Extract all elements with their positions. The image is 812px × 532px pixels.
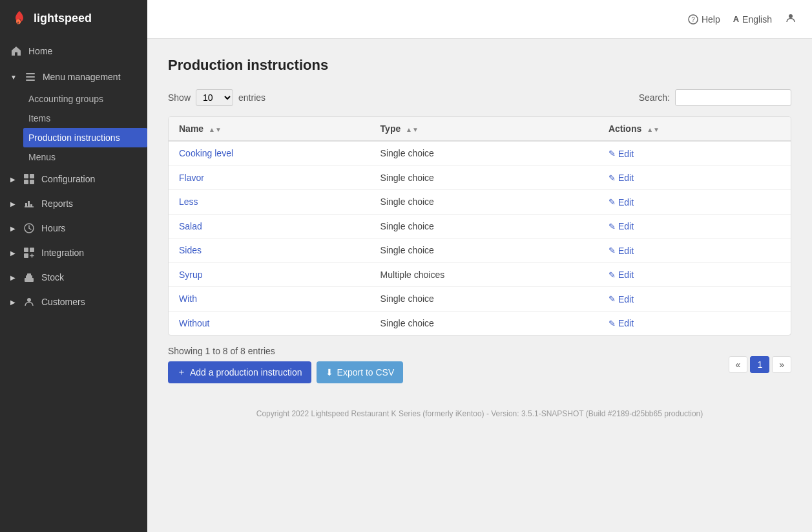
cell-actions: ✎ Edit [598, 190, 791, 215]
showing-text: Showing 1 to 8 of 8 entries [168, 346, 403, 356]
sidebar-item-stock-label: Stock [41, 272, 64, 282]
table-controls: Show 10 25 50 100 entries Search: [168, 89, 791, 106]
sidebar-navigation: Home ▼ Menu management Accounting groups [0, 36, 147, 532]
lang-icon: A [733, 14, 739, 24]
sidebar-item-reports-label: Reports [41, 198, 73, 209]
reports-icon [23, 198, 35, 209]
cell-type: Single choice [370, 311, 598, 335]
edit-button[interactable]: ✎ Edit [609, 173, 634, 183]
arrow-right-icon4: ▶ [10, 250, 16, 257]
arrow-right-icon2: ▶ [10, 200, 16, 207]
sidebar-item-menu-management-label: Menu management [43, 72, 121, 82]
cell-actions: ✎ Edit [598, 239, 791, 263]
sidebar-item-home[interactable]: Home [0, 39, 147, 63]
table-row: Salad Single choice ✎ Edit [169, 214, 791, 239]
menu-management-icon [25, 71, 36, 83]
name-link[interactable]: Syrup [179, 270, 203, 280]
sidebar-item-accounting-groups[interactable]: Accounting groups [28, 89, 147, 109]
cell-name: Cooking level [169, 141, 370, 165]
cell-name: Without [169, 311, 370, 335]
col-actions[interactable]: Actions ▲▼ [598, 117, 791, 141]
arrow-right-icon5: ▶ [10, 274, 16, 281]
user-menu[interactable] [785, 12, 796, 26]
edit-icon: ✎ [609, 173, 616, 183]
production-instructions-table: Name ▲▼ Type ▲▼ Actions ▲▼ [168, 116, 791, 335]
svg-point-18 [789, 14, 793, 18]
edit-button[interactable]: ✎ Edit [609, 197, 634, 207]
cell-actions: ✎ Edit [598, 141, 791, 165]
cell-type: Single choice [370, 214, 598, 239]
help-button[interactable]: ? Help [688, 14, 720, 25]
sidebar-item-hours[interactable]: ▶ Hours [0, 216, 147, 240]
hours-icon [23, 222, 35, 234]
search-input[interactable] [675, 89, 791, 106]
sidebar-item-configuration-label: Configuration [41, 174, 95, 184]
pagination: « 1 » [729, 356, 791, 373]
language-selector[interactable]: A English [733, 14, 772, 25]
name-link[interactable]: With [179, 293, 197, 304]
svg-rect-14 [27, 273, 31, 276]
col-type[interactable]: Type ▲▼ [370, 117, 598, 141]
integration-icon [23, 247, 35, 259]
logo[interactable]: lightspeed [0, 0, 147, 36]
sidebar-item-items[interactable]: Items [28, 109, 147, 128]
page-title: Production instructions [168, 57, 791, 74]
cell-type: Single choice [370, 141, 598, 165]
name-link[interactable]: Salad [179, 221, 202, 231]
export-csv-button[interactable]: ⬇ Export to CSV [317, 361, 404, 383]
cell-name: With [169, 287, 370, 312]
sidebar-item-customers[interactable]: ▶ Customers [0, 290, 147, 314]
entries-select[interactable]: 10 25 50 100 [196, 89, 233, 106]
customers-icon [23, 296, 35, 308]
edit-button[interactable]: ✎ Edit [609, 318, 634, 328]
sidebar-item-menus[interactable]: Menus [28, 147, 147, 167]
table-footer: Showing 1 to 8 of 8 entries ＋ Add a prod… [168, 346, 791, 383]
cell-actions: ✎ Edit [598, 287, 791, 312]
cell-name: Less [169, 190, 370, 215]
name-link[interactable]: Sides [179, 245, 202, 255]
edit-button[interactable]: ✎ Edit [609, 270, 634, 280]
sidebar-submenu-menu-management: Accounting groups Items Production instr… [0, 89, 147, 167]
show-entries-control: Show 10 25 50 100 entries [168, 89, 265, 106]
name-link[interactable]: Flavor [179, 173, 204, 183]
logo-icon [10, 9, 28, 27]
cell-name: Flavor [169, 165, 370, 190]
sidebar-item-reports[interactable]: ▶ Reports [0, 191, 147, 216]
page-current-button[interactable]: 1 [750, 356, 769, 373]
edit-button[interactable]: ✎ Edit [609, 294, 634, 304]
search-control: Search: [639, 89, 791, 106]
sidebar-section-menu-management: ▼ Menu management Accounting groups Item… [0, 65, 147, 167]
arrow-right-icon6: ▶ [10, 299, 16, 306]
edit-button[interactable]: ✎ Edit [609, 149, 634, 159]
svg-rect-1 [26, 76, 35, 78]
sidebar-item-integration[interactable]: ▶ Integration [0, 240, 147, 265]
page-prev-button[interactable]: « [729, 356, 748, 373]
col-name[interactable]: Name ▲▼ [169, 117, 370, 141]
edit-button[interactable]: ✎ Edit [609, 246, 634, 256]
add-production-instruction-button[interactable]: ＋ Add a production instruction [168, 361, 311, 383]
help-icon: ? [688, 14, 698, 25]
name-link[interactable]: Without [179, 318, 209, 328]
name-link[interactable]: Less [179, 197, 198, 207]
edit-icon: ✎ [609, 197, 616, 207]
cell-name: Salad [169, 214, 370, 239]
page-next-button[interactable]: » [772, 356, 791, 373]
svg-rect-5 [24, 180, 28, 184]
home-icon [10, 45, 22, 57]
svg-text:?: ? [691, 16, 695, 23]
data-table: Name ▲▼ Type ▲▼ Actions ▲▼ [169, 117, 791, 335]
sidebar-item-home-label: Home [28, 46, 52, 56]
name-link[interactable]: Cooking level [179, 148, 233, 158]
sort-icon-actions: ▲▼ [647, 126, 660, 133]
sidebar-item-menu-management[interactable]: ▼ Menu management [0, 65, 147, 89]
edit-icon: ✎ [609, 149, 616, 158]
sidebar-item-production-instructions[interactable]: Production instructions [23, 128, 147, 147]
stock-icon [23, 271, 35, 283]
search-label: Search: [639, 92, 670, 103]
sidebar-item-hours-label: Hours [41, 223, 65, 233]
cell-actions: ✎ Edit [598, 262, 791, 287]
edit-icon: ✎ [609, 319, 616, 328]
edit-button[interactable]: ✎ Edit [609, 221, 634, 231]
sidebar-item-configuration[interactable]: ▶ Configuration [0, 167, 147, 191]
sidebar-item-stock[interactable]: ▶ Stock [0, 265, 147, 290]
